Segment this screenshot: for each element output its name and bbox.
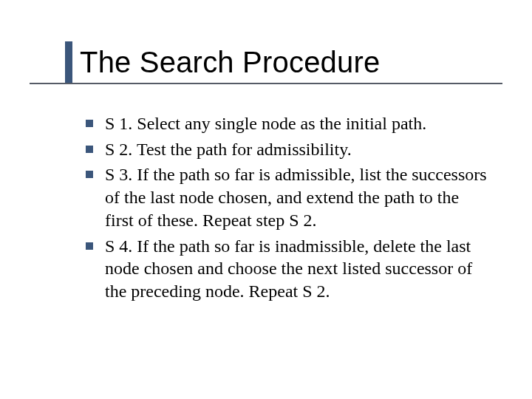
square-bullet-icon [86,120,93,127]
list-item-text: S 1. Select any single node as the initi… [105,112,426,135]
list-item-text: S 2. Test the path for admissibility. [105,138,352,161]
list-item: S 1. Select any single node as the initi… [86,112,491,135]
list-item: S 4. If the path so far is inadmissible,… [86,235,491,303]
slide-title: The Search Procedure [50,46,502,81]
square-bullet-icon [86,242,93,250]
list-item: S 2. Test the path for admissibility. [86,138,491,161]
list-item-text: S 4. If the path so far is inadmissible,… [105,235,491,303]
list-item: S 3. If the path so far is admissible, l… [86,163,491,231]
title-block: The Search Procedure [50,46,502,84]
square-bullet-icon [86,171,93,178]
list-item-text: S 3. If the path so far is admissible, l… [105,163,491,231]
body-content: S 1. Select any single node as the initi… [86,112,491,306]
slide: The Search Procedure S 1. Select any sin… [0,0,532,399]
title-underline [30,83,502,84]
square-bullet-icon [86,146,93,153]
